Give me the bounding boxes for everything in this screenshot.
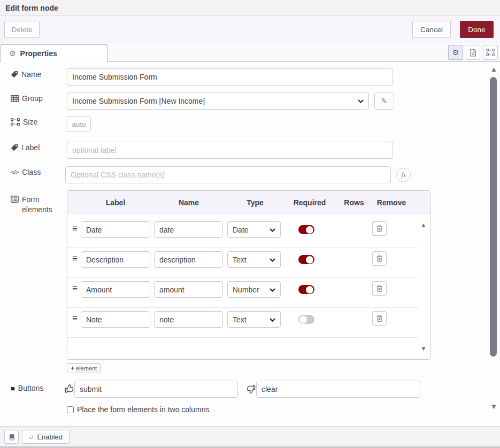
node-help-button[interactable] — [4, 430, 19, 444]
trash-icon — [376, 284, 383, 292]
list-scroll-down-icon[interactable]: ▼ — [420, 345, 427, 352]
thumbs-up-icon — [65, 384, 74, 393]
description-tab-button[interactable] — [466, 45, 480, 60]
thumbs-down-icon — [247, 384, 256, 393]
properties-tab-button[interactable]: ⚙ — [448, 45, 463, 60]
trash-icon — [376, 254, 383, 262]
class-field-label: </> Class — [11, 168, 41, 176]
dialog-header: Edit form node — [0, 0, 500, 16]
form-element-row: ≡ Number — [67, 279, 418, 308]
tab-bar: ⚙ Properties ⚙ — [0, 43, 500, 62]
column-header-rows: Rows — [344, 191, 364, 214]
size-field-label: Size — [11, 118, 37, 126]
drag-handle-icon[interactable]: ≡ — [72, 253, 78, 264]
element-name-input[interactable] — [154, 281, 223, 298]
drag-handle-icon[interactable]: ≡ — [72, 223, 78, 234]
form-element-row: ≡ Text — [67, 249, 418, 278]
gear-icon: ⚙ — [9, 49, 16, 58]
clear-button-text-input[interactable] — [256, 381, 420, 398]
required-toggle[interactable] — [298, 285, 314, 294]
done-button[interactable]: Done — [460, 21, 494, 38]
trash-icon — [376, 225, 383, 233]
scrollbar-down-icon[interactable]: ▼ — [490, 403, 497, 410]
tag-icon — [11, 71, 18, 78]
code-icon: </> — [11, 169, 19, 175]
size-auto-button[interactable]: auto — [67, 116, 91, 132]
group-select[interactable]: Income Submission Form [New Income] — [67, 92, 369, 110]
delete-element-button[interactable] — [372, 221, 387, 236]
submit-button-text-input[interactable] — [74, 381, 238, 398]
name-field-label: Name — [11, 70, 41, 79]
element-type-select[interactable]: Text — [227, 251, 281, 268]
object-frame-icon — [11, 118, 20, 126]
drag-handle-icon[interactable]: ≡ — [72, 313, 78, 324]
two-columns-checkbox[interactable] — [67, 406, 74, 413]
tab-properties[interactable]: ⚙ Properties — [1, 44, 107, 62]
document-icon — [470, 49, 476, 57]
dialog-footer: ○ Enabled — [0, 426, 500, 446]
element-type-select[interactable]: Text — [227, 311, 281, 328]
edit-group-button[interactable]: ✎ — [374, 92, 394, 110]
status-circle-icon: ○ — [29, 432, 33, 441]
group-select-value: Income Submission Form [New Income] — [72, 97, 205, 105]
properties-panel: Name Group Income Submission Form [New I… — [0, 63, 500, 426]
scrollbar-thumb[interactable] — [490, 77, 497, 357]
element-name-input[interactable] — [154, 221, 223, 238]
name-input[interactable] — [67, 68, 393, 86]
element-label-input[interactable] — [81, 251, 150, 268]
required-toggle[interactable] — [298, 255, 314, 264]
form-element-row: ≡ Date — [67, 219, 418, 248]
buttons-field-label: ■ Buttons — [11, 384, 43, 392]
table-icon — [11, 95, 19, 102]
chevron-down-icon — [270, 258, 275, 262]
pencil-icon: ✎ — [381, 97, 388, 105]
enabled-toggle-button[interactable]: ○ Enabled — [22, 430, 70, 444]
element-label-input[interactable] — [81, 311, 150, 328]
chevron-down-icon — [270, 288, 275, 292]
cancel-button[interactable]: Cancel — [412, 21, 451, 38]
two-columns-label: Place the form elements in two columns — [77, 405, 209, 414]
chevron-down-icon — [270, 228, 275, 232]
required-toggle[interactable] — [298, 225, 314, 234]
drag-handle-icon[interactable]: ≡ — [72, 283, 78, 294]
label-field-label: Label — [11, 143, 40, 152]
chevron-down-icon — [270, 318, 275, 322]
add-element-button[interactable]: + element — [67, 363, 101, 373]
list-scroll-up-icon[interactable]: ▲ — [420, 221, 427, 229]
element-label-input[interactable] — [81, 281, 150, 298]
column-header-label: Label — [106, 191, 126, 214]
appearance-tab-button[interactable] — [483, 45, 498, 60]
delete-button[interactable]: Delete — [4, 21, 40, 38]
delete-element-button[interactable] — [372, 281, 387, 296]
class-expression-button[interactable]: fx — [396, 168, 411, 182]
gear-icon: ⚙ — [452, 48, 459, 57]
group-field-label: Group — [11, 94, 43, 103]
dialog-title: Edit form node — [5, 0, 58, 16]
element-label-input[interactable] — [81, 221, 150, 238]
fx-icon: fx — [401, 171, 406, 179]
required-toggle[interactable] — [298, 315, 314, 324]
column-header-required: Required — [294, 191, 326, 214]
delete-element-button[interactable] — [372, 251, 387, 266]
edit-form-node-dialog: Edit form node Delete Cancel Done ⚙ Prop… — [0, 0, 500, 448]
form-elements-field-label: Formelements — [11, 195, 52, 215]
element-type-select[interactable]: Date — [227, 221, 281, 238]
form-elements-table-header: Label Name Type Required Rows Remove — [67, 191, 430, 214]
column-header-remove: Remove — [377, 191, 406, 214]
book-icon — [8, 434, 16, 441]
class-input[interactable] — [65, 166, 391, 183]
form-elements-table: Label Name Type Required Rows Remove ≡ D… — [67, 190, 430, 360]
element-type-select[interactable]: Number — [227, 281, 281, 298]
element-name-input[interactable] — [154, 251, 223, 268]
scrollbar-up-icon[interactable]: ▲ — [490, 66, 497, 73]
trash-icon — [376, 314, 383, 322]
label-input[interactable] — [67, 142, 393, 159]
chevron-down-icon — [358, 99, 364, 103]
enabled-label: Enabled — [37, 433, 63, 441]
delete-element-button[interactable] — [372, 311, 387, 326]
plus-icon: + — [71, 365, 74, 372]
two-columns-option: Place the form elements in two columns — [67, 405, 209, 414]
column-header-name: Name — [179, 191, 199, 214]
column-header-type: Type — [247, 191, 264, 214]
element-name-input[interactable] — [154, 311, 223, 328]
